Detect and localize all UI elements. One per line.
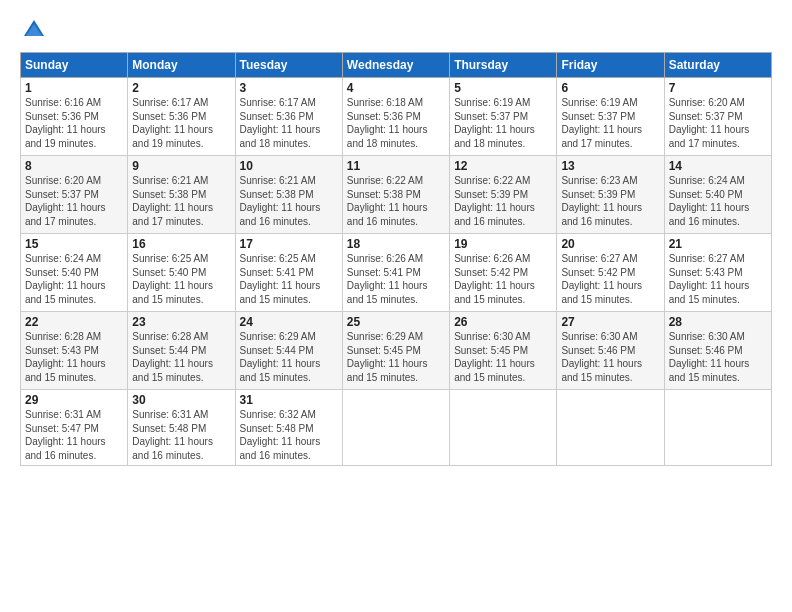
day-number: 22 [25,315,123,329]
day-info: Sunrise: 6:31 AMSunset: 5:47 PMDaylight:… [25,408,123,462]
day-info: Sunrise: 6:30 AMSunset: 5:46 PMDaylight:… [561,330,659,384]
week-row-2: 8Sunrise: 6:20 AMSunset: 5:37 PMDaylight… [21,156,772,234]
day-number: 31 [240,393,338,407]
calendar-cell [557,390,664,466]
calendar-cell: 11Sunrise: 6:22 AMSunset: 5:38 PMDayligh… [342,156,449,234]
calendar-cell: 22Sunrise: 6:28 AMSunset: 5:43 PMDayligh… [21,312,128,390]
day-info: Sunrise: 6:22 AMSunset: 5:39 PMDaylight:… [454,174,552,228]
page: SundayMondayTuesdayWednesdayThursdayFrid… [0,0,792,612]
calendar-cell: 14Sunrise: 6:24 AMSunset: 5:40 PMDayligh… [664,156,771,234]
day-info: Sunrise: 6:24 AMSunset: 5:40 PMDaylight:… [669,174,767,228]
calendar-cell: 20Sunrise: 6:27 AMSunset: 5:42 PMDayligh… [557,234,664,312]
day-info: Sunrise: 6:26 AMSunset: 5:42 PMDaylight:… [454,252,552,306]
day-info: Sunrise: 6:26 AMSunset: 5:41 PMDaylight:… [347,252,445,306]
calendar-header: SundayMondayTuesdayWednesdayThursdayFrid… [21,53,772,78]
calendar-cell: 2Sunrise: 6:17 AMSunset: 5:36 PMDaylight… [128,78,235,156]
day-info: Sunrise: 6:23 AMSunset: 5:39 PMDaylight:… [561,174,659,228]
day-number: 20 [561,237,659,251]
day-info: Sunrise: 6:27 AMSunset: 5:42 PMDaylight:… [561,252,659,306]
calendar-cell: 31Sunrise: 6:32 AMSunset: 5:48 PMDayligh… [235,390,342,466]
day-number: 5 [454,81,552,95]
day-number: 25 [347,315,445,329]
week-row-3: 15Sunrise: 6:24 AMSunset: 5:40 PMDayligh… [21,234,772,312]
day-number: 29 [25,393,123,407]
day-number: 14 [669,159,767,173]
day-number: 28 [669,315,767,329]
day-number: 27 [561,315,659,329]
day-number: 21 [669,237,767,251]
calendar-cell: 26Sunrise: 6:30 AMSunset: 5:45 PMDayligh… [450,312,557,390]
calendar-cell [450,390,557,466]
day-info: Sunrise: 6:29 AMSunset: 5:45 PMDaylight:… [347,330,445,384]
day-info: Sunrise: 6:27 AMSunset: 5:43 PMDaylight:… [669,252,767,306]
header-day-monday: Monday [128,53,235,78]
calendar-cell: 15Sunrise: 6:24 AMSunset: 5:40 PMDayligh… [21,234,128,312]
day-info: Sunrise: 6:19 AMSunset: 5:37 PMDaylight:… [454,96,552,150]
calendar-cell [342,390,449,466]
day-number: 8 [25,159,123,173]
calendar-cell: 4Sunrise: 6:18 AMSunset: 5:36 PMDaylight… [342,78,449,156]
day-info: Sunrise: 6:25 AMSunset: 5:41 PMDaylight:… [240,252,338,306]
day-info: Sunrise: 6:30 AMSunset: 5:45 PMDaylight:… [454,330,552,384]
calendar-cell: 27Sunrise: 6:30 AMSunset: 5:46 PMDayligh… [557,312,664,390]
day-number: 6 [561,81,659,95]
calendar-cell: 28Sunrise: 6:30 AMSunset: 5:46 PMDayligh… [664,312,771,390]
calendar-cell: 24Sunrise: 6:29 AMSunset: 5:44 PMDayligh… [235,312,342,390]
day-number: 16 [132,237,230,251]
calendar-cell: 5Sunrise: 6:19 AMSunset: 5:37 PMDaylight… [450,78,557,156]
calendar-cell: 6Sunrise: 6:19 AMSunset: 5:37 PMDaylight… [557,78,664,156]
day-number: 13 [561,159,659,173]
day-number: 7 [669,81,767,95]
header-day-saturday: Saturday [664,53,771,78]
day-info: Sunrise: 6:30 AMSunset: 5:46 PMDaylight:… [669,330,767,384]
day-number: 10 [240,159,338,173]
calendar-cell: 30Sunrise: 6:31 AMSunset: 5:48 PMDayligh… [128,390,235,466]
day-number: 19 [454,237,552,251]
calendar-cell: 7Sunrise: 6:20 AMSunset: 5:37 PMDaylight… [664,78,771,156]
calendar-cell: 1Sunrise: 6:16 AMSunset: 5:36 PMDaylight… [21,78,128,156]
day-info: Sunrise: 6:29 AMSunset: 5:44 PMDaylight:… [240,330,338,384]
calendar-cell: 12Sunrise: 6:22 AMSunset: 5:39 PMDayligh… [450,156,557,234]
calendar-cell: 21Sunrise: 6:27 AMSunset: 5:43 PMDayligh… [664,234,771,312]
day-number: 24 [240,315,338,329]
header-day-wednesday: Wednesday [342,53,449,78]
header-row: SundayMondayTuesdayWednesdayThursdayFrid… [21,53,772,78]
header-day-sunday: Sunday [21,53,128,78]
day-info: Sunrise: 6:17 AMSunset: 5:36 PMDaylight:… [240,96,338,150]
calendar-cell: 10Sunrise: 6:21 AMSunset: 5:38 PMDayligh… [235,156,342,234]
calendar-table: SundayMondayTuesdayWednesdayThursdayFrid… [20,52,772,466]
calendar-cell: 13Sunrise: 6:23 AMSunset: 5:39 PMDayligh… [557,156,664,234]
day-info: Sunrise: 6:28 AMSunset: 5:44 PMDaylight:… [132,330,230,384]
calendar-cell [664,390,771,466]
logo-icon [20,16,48,44]
calendar-body: 1Sunrise: 6:16 AMSunset: 5:36 PMDaylight… [21,78,772,466]
day-info: Sunrise: 6:18 AMSunset: 5:36 PMDaylight:… [347,96,445,150]
logo [20,16,52,44]
day-number: 4 [347,81,445,95]
calendar-cell: 23Sunrise: 6:28 AMSunset: 5:44 PMDayligh… [128,312,235,390]
day-info: Sunrise: 6:17 AMSunset: 5:36 PMDaylight:… [132,96,230,150]
calendar-cell: 25Sunrise: 6:29 AMSunset: 5:45 PMDayligh… [342,312,449,390]
day-info: Sunrise: 6:19 AMSunset: 5:37 PMDaylight:… [561,96,659,150]
day-info: Sunrise: 6:24 AMSunset: 5:40 PMDaylight:… [25,252,123,306]
day-number: 15 [25,237,123,251]
day-info: Sunrise: 6:16 AMSunset: 5:36 PMDaylight:… [25,96,123,150]
calendar-cell: 29Sunrise: 6:31 AMSunset: 5:47 PMDayligh… [21,390,128,466]
day-info: Sunrise: 6:31 AMSunset: 5:48 PMDaylight:… [132,408,230,462]
header-day-thursday: Thursday [450,53,557,78]
day-info: Sunrise: 6:20 AMSunset: 5:37 PMDaylight:… [669,96,767,150]
day-info: Sunrise: 6:25 AMSunset: 5:40 PMDaylight:… [132,252,230,306]
day-number: 1 [25,81,123,95]
header-day-friday: Friday [557,53,664,78]
week-row-1: 1Sunrise: 6:16 AMSunset: 5:36 PMDaylight… [21,78,772,156]
header [20,16,772,44]
day-number: 12 [454,159,552,173]
calendar-cell: 8Sunrise: 6:20 AMSunset: 5:37 PMDaylight… [21,156,128,234]
day-info: Sunrise: 6:21 AMSunset: 5:38 PMDaylight:… [132,174,230,228]
day-number: 9 [132,159,230,173]
day-info: Sunrise: 6:20 AMSunset: 5:37 PMDaylight:… [25,174,123,228]
day-number: 23 [132,315,230,329]
day-info: Sunrise: 6:21 AMSunset: 5:38 PMDaylight:… [240,174,338,228]
week-row-5: 29Sunrise: 6:31 AMSunset: 5:47 PMDayligh… [21,390,772,466]
day-number: 18 [347,237,445,251]
